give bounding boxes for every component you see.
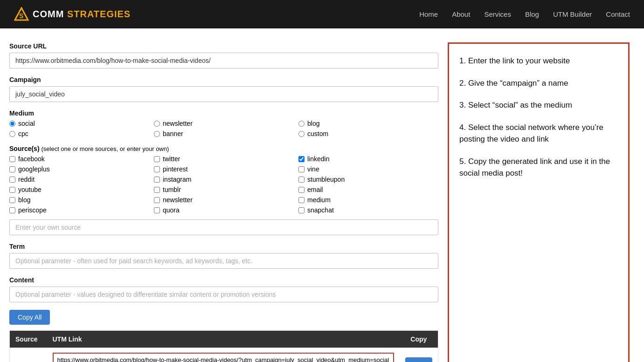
source-medium[interactable]: medium <box>298 196 438 204</box>
content-label: Content <box>9 276 438 284</box>
nav-contact[interactable]: Contact <box>606 10 630 18</box>
instruction-step2: 2. Give the “campaign” a name <box>459 77 618 89</box>
source-url-input[interactable] <box>9 53 438 68</box>
table-header-source: Source <box>10 331 47 348</box>
nav-about[interactable]: About <box>452 10 470 18</box>
source-pinterest[interactable]: pinterest <box>154 165 294 173</box>
content-input[interactable] <box>9 287 438 302</box>
source-periscope[interactable]: periscope <box>9 206 149 214</box>
medium-group: Medium social newsletter blog cpc banner… <box>9 109 438 137</box>
row-source: linkedin <box>10 348 47 362</box>
term-group: Term <box>9 243 438 269</box>
sources-group: Source(s) (select one or more sources, o… <box>9 145 438 235</box>
table-row: linkedin https://www.orbitmedia.com/blog… <box>10 348 438 362</box>
source-linkedin[interactable]: linkedin <box>298 155 438 163</box>
row-copy-button[interactable]: Copy <box>405 357 432 362</box>
source-url-group: Source URL <box>9 42 438 68</box>
own-source-input[interactable] <box>9 219 438 235</box>
medium-cpc[interactable]: cpc <box>9 130 149 137</box>
source-email[interactable]: email <box>298 186 438 193</box>
term-input[interactable] <box>9 253 438 269</box>
logo: S COMM STRATEGIES <box>14 7 131 22</box>
row-copy-cell: Copy <box>400 348 438 362</box>
instruction-step5: 5. Copy the generated link and use it in… <box>459 156 618 179</box>
sources-checkbox-grid: facebook twitter linkedin googleplus pin… <box>9 155 438 214</box>
source-twitter[interactable]: twitter <box>154 155 294 163</box>
medium-custom[interactable]: custom <box>298 130 438 137</box>
instruction-step1: 1. Enter the link to your website <box>459 55 618 67</box>
svg-text:S: S <box>19 12 23 20</box>
campaign-label: Campaign <box>9 76 438 83</box>
row-utm-link: https://www.orbitmedia.com/blog/how-to-m… <box>47 348 400 362</box>
table-header-copy: Copy <box>400 331 438 348</box>
nav-services[interactable]: Services <box>484 10 511 18</box>
nav-blog[interactable]: Blog <box>525 10 539 18</box>
source-youtube[interactable]: youtube <box>9 186 149 193</box>
source-snapchat[interactable]: snapchat <box>298 206 438 214</box>
utm-form: Source URL Campaign Medium social newsle… <box>9 42 438 362</box>
source-instagram[interactable]: instagram <box>154 176 294 183</box>
table-header-utm: UTM Link <box>47 331 400 348</box>
instructions-panel: 1. Enter the link to your website 2. Giv… <box>448 42 630 362</box>
medium-blog[interactable]: blog <box>298 120 438 127</box>
nav-links: Home About Services Blog UTM Builder Con… <box>419 10 630 18</box>
instruction-step4: 4. Select the social network where you’r… <box>459 122 618 145</box>
utm-link-text: https://www.orbitmedia.com/blog/how-to-m… <box>53 353 394 362</box>
instruction-step3: 3. Select “social” as the medium <box>459 99 618 111</box>
medium-banner[interactable]: banner <box>154 130 294 137</box>
source-stumbleupon[interactable]: stumbleupon <box>298 176 438 183</box>
sources-label: Source(s) (select one or more sources, o… <box>9 145 438 152</box>
source-url-label: Source URL <box>9 42 438 50</box>
copy-all-button[interactable]: Copy All <box>9 310 50 325</box>
source-googleplus[interactable]: googleplus <box>9 165 149 173</box>
nav-home[interactable]: Home <box>419 10 438 18</box>
logo-icon: S <box>14 7 29 22</box>
content-group: Content <box>9 276 438 302</box>
nav-utm-builder[interactable]: UTM Builder <box>553 10 592 18</box>
medium-radio-group: social newsletter blog cpc banner custom <box>9 120 438 137</box>
results-table: Source UTM Link Copy linkedin https://ww… <box>9 330 438 362</box>
source-quora[interactable]: quora <box>154 206 294 214</box>
source-reddit[interactable]: reddit <box>9 176 149 183</box>
medium-label: Medium <box>9 109 438 117</box>
campaign-group: Campaign <box>9 76 438 102</box>
campaign-input[interactable] <box>9 86 438 102</box>
term-label: Term <box>9 243 438 250</box>
logo-text: COMM STRATEGIES <box>33 9 131 20</box>
sources-sub: (select one or more sources, or enter yo… <box>41 145 169 152</box>
source-vine[interactable]: vine <box>298 165 438 173</box>
medium-social[interactable]: social <box>9 120 149 127</box>
source-facebook[interactable]: facebook <box>9 155 149 163</box>
source-blog[interactable]: blog <box>9 196 149 204</box>
medium-newsletter[interactable]: newsletter <box>154 120 294 127</box>
source-tumblr[interactable]: tumblr <box>154 186 294 193</box>
source-newsletter[interactable]: newsletter <box>154 196 294 204</box>
